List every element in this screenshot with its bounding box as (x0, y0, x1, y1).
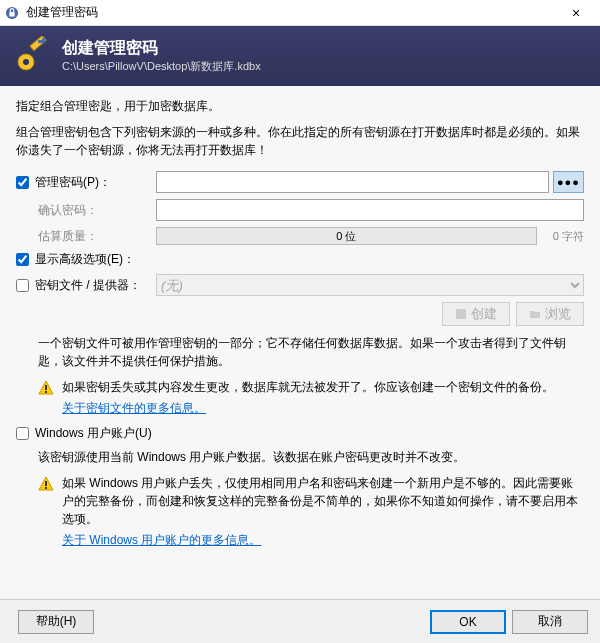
svg-rect-10 (45, 481, 47, 486)
warning-icon (38, 476, 54, 492)
intro-text-2: 组合管理密钥包含下列密钥来源的一种或多种。你在此指定的所有密钥源在打开数据库时都… (16, 123, 584, 159)
title-bar: 创建管理密码 × (0, 0, 600, 26)
windows-account-warning-text: 如果 Windows 用户账户丢失，仅使用相同用户名和密码来创建一个新用户是不够… (62, 474, 584, 528)
keyfile-browse-button: 浏览 (516, 302, 584, 326)
quality-meter: 0 位 (156, 227, 537, 245)
windows-account-description: 该密钥源使用当前 Windows 用户账户数据。该数据在账户密码更改时并不改变。 (38, 448, 584, 466)
show-advanced-checkbox[interactable] (16, 253, 29, 266)
keyfile-checkbox[interactable] (16, 279, 29, 292)
svg-rect-8 (45, 385, 47, 390)
header-title: 创建管理密码 (62, 38, 261, 59)
quality-bits-text: 0 位 (336, 229, 356, 244)
folder-icon (529, 308, 541, 320)
keyfile-label: 密钥文件 / 提供器： (35, 277, 141, 294)
key-icon (12, 36, 52, 76)
confirm-password-input[interactable] (156, 199, 584, 221)
close-button[interactable]: × (556, 5, 596, 21)
keyfile-create-button: 创建 (442, 302, 510, 326)
keyfile-select[interactable]: (无) (156, 274, 584, 296)
keyfile-description: 一个密钥文件可被用作管理密钥的一部分；它不存储任何数据库数据。如果一个攻击者得到… (38, 334, 584, 370)
master-password-label: 管理密码(P)： (35, 174, 111, 191)
quality-chars-text: 0 字符 (553, 229, 584, 244)
svg-point-3 (23, 59, 29, 65)
header-path: C:\Users\PillowV\Desktop\新数据库.kdbx (62, 59, 261, 74)
svg-rect-9 (45, 391, 47, 393)
quality-label: 估算质量： (16, 228, 156, 245)
warning-icon (38, 380, 54, 396)
toggle-password-visibility-button[interactable]: ●●● (553, 171, 584, 193)
keyfile-warning-text: 如果密钥丢失或其内容发生更改，数据库就无法被发开了。你应该创建一个密钥文件的备份… (62, 378, 554, 396)
svg-rect-1 (9, 12, 14, 16)
svg-rect-7 (456, 309, 466, 319)
dialog-footer: 帮助(H) OK 取消 (0, 599, 600, 643)
svg-rect-6 (42, 38, 45, 43)
windows-account-label: Windows 用户账户(U) (35, 425, 152, 442)
intro-text-1: 指定组合管理密匙，用于加密数据库。 (16, 98, 584, 115)
svg-rect-11 (45, 487, 47, 489)
ok-button[interactable]: OK (430, 610, 506, 634)
window-title: 创建管理密码 (26, 4, 556, 21)
help-button[interactable]: 帮助(H) (18, 610, 94, 634)
master-password-checkbox[interactable] (16, 176, 29, 189)
keyfile-more-info-link[interactable]: 关于密钥文件的更多信息。 (62, 400, 206, 417)
windows-account-checkbox[interactable] (16, 427, 29, 440)
cancel-button[interactable]: 取消 (512, 610, 588, 634)
dialog-header: 创建管理密码 C:\Users\PillowV\Desktop\新数据库.kdb… (0, 26, 600, 86)
windows-account-more-info-link[interactable]: 关于 Windows 用户账户的更多信息。 (62, 532, 261, 549)
content-area: 指定组合管理密匙，用于加密数据库。 组合管理密钥包含下列密钥来源的一种或多种。你… (0, 86, 600, 599)
show-advanced-label: 显示高级选项(E)： (35, 251, 135, 268)
save-icon (455, 308, 467, 320)
confirm-password-label: 确认密码： (16, 202, 156, 219)
app-lock-icon (4, 5, 20, 21)
master-password-input[interactable] (156, 171, 549, 193)
